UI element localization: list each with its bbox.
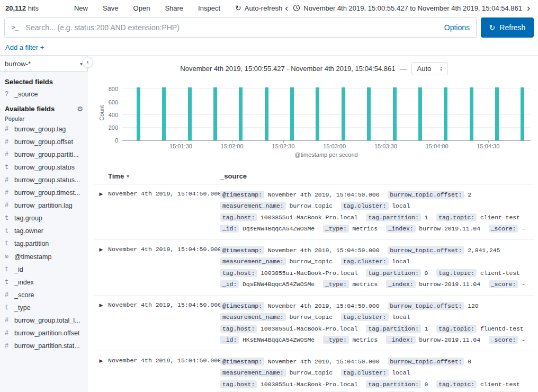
histogram-bar[interactable]: [213, 87, 217, 140]
expand-caret-icon[interactable]: ▶: [94, 189, 108, 234]
histogram-bar[interactable]: [495, 87, 499, 140]
source-field-value: local: [392, 258, 410, 265]
field-item[interactable]: t_type: [0, 301, 88, 314]
menu-item-inspect[interactable]: Inspect: [198, 4, 220, 12]
collapse-sidebar-button[interactable]: ‹: [82, 57, 93, 68]
source-field-pair: _id: DqsENW4BqqcA54ZWOSMe: [220, 390, 315, 392]
source-field-value: burrow_topic: [289, 314, 333, 320]
row-time: November 4th 2019, 15:04:50.000: [108, 189, 220, 234]
source-field-value: burrow-2019.11.04: [419, 336, 480, 343]
histogram-bar[interactable]: [162, 87, 166, 140]
source-field-value: -: [522, 225, 525, 232]
column-header-time[interactable]: Time ▾: [108, 172, 220, 180]
field-item[interactable]: #burrow_group.total_l...: [0, 314, 88, 327]
auto-refresh-button[interactable]: ↻ Auto-refresh: [235, 4, 282, 12]
source-field-key: tag.topic:: [436, 380, 477, 388]
options-link[interactable]: Options: [444, 23, 470, 32]
field-item[interactable]: #_score: [0, 289, 88, 301]
source-field-pair: tag.cluster: local: [341, 311, 410, 323]
clock-icon: [293, 4, 300, 12]
source-field-value: November 4th 2019, 15:04:50.000: [268, 358, 380, 365]
histogram-bar[interactable]: [188, 87, 192, 140]
menu-item-new[interactable]: New: [74, 4, 88, 12]
field-type-icon: ⊙: [5, 253, 11, 261]
histogram-bar[interactable]: [265, 87, 268, 140]
field-item[interactable]: t_index: [0, 276, 88, 289]
field-name: burrow_group.total_l...: [14, 317, 80, 324]
field-type-icon: #: [5, 317, 11, 324]
source-field-pair: @timestamp: November 4th 2019, 15:04:50.…: [220, 189, 379, 200]
source-field-value: DqsENW4BqqcA54ZWOSMe: [243, 225, 315, 232]
histogram-bar[interactable]: [137, 87, 140, 140]
expand-caret-icon[interactable]: ▶: [94, 356, 108, 392]
source-field-pair: measurement_name: burrow_topic: [220, 367, 333, 378]
interval-select[interactable]: Auto ▲▼: [411, 62, 447, 75]
row-source: @timestamp: November 4th 2019, 15:04:50.…: [220, 245, 534, 290]
y-tick-label: 800: [109, 86, 118, 92]
field-item[interactable]: #burrow_group.lag: [0, 123, 88, 136]
field-item[interactable]: tburrow_group.status: [0, 161, 88, 174]
menu-item-share[interactable]: Share: [165, 4, 183, 12]
source-field-value: burrow_topic: [289, 258, 333, 265]
histogram-bar[interactable]: [418, 87, 422, 140]
histogram-bar[interactable]: [367, 87, 371, 140]
filter-bar: Add a filter +: [0, 42, 538, 55]
field-name: _score: [14, 291, 34, 299]
field-item[interactable]: ttag.owner: [0, 225, 88, 237]
field-item[interactable]: t_id: [0, 263, 88, 276]
field-item[interactable]: #burrow_group.timest...: [0, 186, 88, 199]
content-area: burrow-* ▾ Selected fields ?_source Avai…: [0, 56, 538, 392]
source-field-value: HKsENW4BqqcA54ZWOSMe: [243, 336, 315, 343]
field-name: burrow_group.status...: [14, 176, 80, 184]
menu-item-open[interactable]: Open: [133, 4, 150, 12]
time-forward-chevron-icon[interactable]: ›: [524, 3, 533, 13]
histogram-bar[interactable]: [316, 87, 319, 140]
field-name: burrow_partition.lag: [14, 202, 73, 209]
source-field-key: tag.host:: [220, 380, 257, 388]
source-field-pair: _index: burrow-2019.11.04: [386, 334, 480, 345]
top-navbar: 20,112 hits New Save Open Share Inspect …: [0, 0, 538, 16]
time-back-chevron-icon[interactable]: ‹: [282, 3, 291, 13]
source-field-pair: @timestamp: November 4th 2019, 15:04:50.…: [220, 356, 379, 367]
field-item[interactable]: ?_source: [0, 88, 88, 101]
histogram-bar[interactable]: [444, 87, 447, 140]
expand-caret-icon[interactable]: ▶: [94, 300, 108, 345]
refresh-button-label: Refresh: [499, 23, 525, 32]
source-field-pair: burrow_topic.offset: 2: [388, 189, 471, 200]
search-input[interactable]: [25, 23, 444, 32]
histogram-bar[interactable]: [521, 87, 524, 140]
index-pattern-select[interactable]: burrow-* ▾: [0, 56, 88, 72]
y-tick-label: 400: [109, 112, 118, 118]
histogram-bar[interactable]: [470, 87, 473, 140]
sort-caret-icon[interactable]: ▾: [127, 173, 129, 179]
histogram-bar[interactable]: [290, 87, 294, 140]
field-item[interactable]: #burrow_partition.stat...: [0, 340, 88, 352]
source-field-key: @timestamp:: [220, 358, 264, 366]
discover-menu: New Save Open Share Inspect: [74, 4, 220, 12]
gear-icon[interactable]: ⚙: [77, 105, 83, 113]
time-range-picker[interactable]: November 4th 2019, 15:00:55.427 to Novem…: [293, 4, 522, 12]
field-item[interactable]: #burrow_group.partiti...: [0, 148, 88, 161]
field-item[interactable]: ⊙@timestamp: [0, 250, 88, 263]
source-field-key: _score:: [489, 225, 518, 233]
field-type-icon: #: [5, 151, 11, 158]
histogram-bar[interactable]: [393, 87, 397, 140]
field-item[interactable]: #burrow_partition.offset: [0, 327, 88, 340]
field-item[interactable]: #burrow_partition.lag: [0, 199, 88, 212]
field-item[interactable]: ttag.group: [0, 212, 88, 225]
x-tick-label: 15:03:30: [374, 143, 397, 149]
source-field-key: burrow_topic.offset:: [388, 302, 464, 310]
field-item[interactable]: #burrow_group.status...: [0, 174, 88, 186]
field-item[interactable]: #burrow_group.offset: [0, 136, 88, 148]
histogram-bar[interactable]: [239, 87, 243, 140]
menu-item-save[interactable]: Save: [103, 4, 119, 12]
x-tick-label: 15:02:00: [221, 143, 244, 149]
source-field-value: 0: [468, 358, 471, 365]
expand-caret-icon[interactable]: ▶: [94, 245, 108, 290]
histogram-bar[interactable]: [342, 87, 345, 140]
source-field-key: @timestamp:: [220, 191, 264, 199]
refresh-button[interactable]: ↻ Refresh: [481, 17, 534, 38]
source-field-value: November 4th 2019, 15:04:50.000: [268, 191, 380, 198]
field-item[interactable]: ttag.partition: [0, 237, 88, 250]
add-filter-button[interactable]: Add a filter +: [5, 43, 44, 51]
